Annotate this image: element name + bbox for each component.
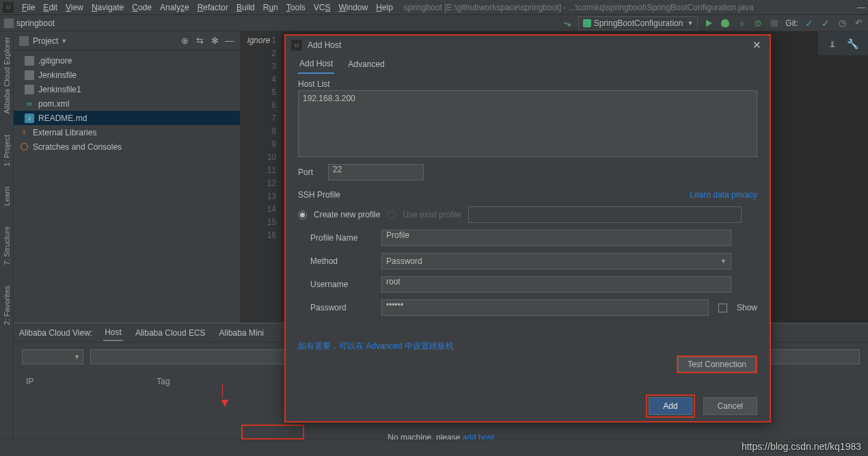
debug-button[interactable]: [720, 18, 731, 29]
line-number: 15: [241, 216, 276, 229]
hide-icon[interactable]: —: [225, 36, 234, 46]
radio-exist-profile[interactable]: [387, 211, 396, 219]
edit-ignore-label[interactable]: ignore: [241, 31, 277, 49]
add-button[interactable]: Add: [649, 397, 692, 415]
menu-code[interactable]: Code: [128, 1, 156, 14]
collapse-icon[interactable]: ⇆: [195, 36, 204, 46]
profile-button[interactable]: ⊙: [752, 18, 763, 29]
menu-help[interactable]: Help: [372, 1, 397, 14]
line-number: 12: [241, 177, 276, 190]
line-number: 6: [241, 99, 276, 112]
project-title[interactable]: Project: [33, 36, 58, 46]
run-config-selector[interactable]: SpringBootConfiguration ▼: [578, 16, 699, 30]
sliders-icon[interactable]: ⫫: [828, 38, 837, 49]
stripe-alibaba-explorer[interactable]: Alibaba Cloud Explorer: [3, 37, 11, 114]
left-tool-stripe: Alibaba Cloud Explorer 1: Project Learn …: [0, 31, 14, 456]
advanced-hint: 如有需要，可以在 Advanced 中设置跳板机: [298, 340, 454, 352]
tree-item-jenkinsfile[interactable]: Jenkinsfile: [14, 68, 240, 82]
settings-gear-icon[interactable]: ✻: [210, 36, 219, 46]
editor-right-toolbar: ⫫ 🔧: [818, 31, 868, 56]
username-input[interactable]: root: [381, 276, 731, 293]
tab-add-host[interactable]: Add Host: [298, 55, 334, 74]
project-tree: .gitignore Jenkinsfile Jenkinsfile1 mpom…: [14, 51, 240, 157]
test-connection-button[interactable]: Test Connection: [677, 356, 757, 373]
stripe-project[interactable]: 1: Project: [3, 135, 11, 166]
line-number: 16: [241, 229, 276, 242]
menu-analyze[interactable]: Analyze: [156, 1, 193, 14]
tree-item-gitignore[interactable]: .gitignore: [14, 53, 240, 68]
show-password-checkbox[interactable]: [718, 304, 727, 312]
line-number: 14: [241, 203, 276, 216]
breadcrumb[interactable]: springboot: [16, 18, 55, 28]
file-icon: [25, 85, 34, 94]
menu-edit[interactable]: Edit: [39, 1, 62, 14]
git-update-icon[interactable]: ✓: [804, 18, 815, 29]
learn-privacy-link[interactable]: Learn data privacy: [690, 190, 757, 200]
tree-item-scratches[interactable]: Scratches and Consoles: [14, 139, 240, 154]
ide-logo-icon: IJ: [3, 2, 14, 13]
line-number: 10: [241, 151, 276, 164]
coverage-button[interactable]: ⟐: [736, 18, 747, 29]
tab-advanced[interactable]: Advanced: [347, 55, 385, 73]
run-button[interactable]: [703, 18, 714, 29]
line-number: 7: [241, 112, 276, 125]
menu-tools[interactable]: Tools: [282, 1, 310, 14]
wrench-icon[interactable]: 🔧: [847, 38, 858, 49]
file-icon: [25, 70, 34, 80]
menu-navigate[interactable]: Navigate: [87, 1, 128, 14]
window-minimize-icon[interactable]: —: [857, 3, 865, 12]
tree-item-pom[interactable]: mpom.xml: [14, 96, 240, 111]
build-icon[interactable]: ↘: [560, 16, 574, 30]
menu-vcs[interactable]: VCS: [310, 1, 335, 14]
host-list-label: Host List: [298, 79, 757, 89]
menu-build[interactable]: Build: [232, 1, 259, 14]
git-rollback-icon[interactable]: ↶: [853, 18, 864, 29]
tab-ecs[interactable]: Alibaba Cloud ECS: [134, 325, 207, 340]
tree-item-jenkinsfile1[interactable]: Jenkinsfile1: [14, 82, 240, 96]
menu-refactor[interactable]: Refactor: [193, 1, 232, 14]
tree-item-readme[interactable]: ↓README.md: [14, 111, 240, 125]
git-history-icon[interactable]: ◷: [837, 18, 847, 29]
status-bar: [0, 440, 868, 456]
host-list-input[interactable]: 192.168.3.200: [298, 90, 757, 157]
password-input[interactable]: ••••••: [381, 299, 709, 316]
profile-name-input[interactable]: Profile: [381, 230, 731, 246]
library-icon: ⦀: [19, 128, 29, 137]
stripe-learn[interactable]: Learn: [3, 187, 11, 206]
chevron-down-icon: ▼: [720, 258, 727, 265]
password-label: Password: [310, 303, 372, 312]
folder-icon: [4, 18, 14, 28]
stripe-structure[interactable]: 7: Structure: [3, 226, 11, 265]
line-number: 11: [241, 164, 276, 177]
locate-icon[interactable]: ⊕: [180, 36, 189, 46]
git-commit-icon[interactable]: ✓: [820, 18, 831, 29]
filter-select[interactable]: ▼: [22, 349, 83, 364]
menu-run[interactable]: Run: [259, 1, 282, 14]
radio-create-label: Create new profile: [314, 210, 380, 219]
dialog-title: Add Host: [308, 40, 341, 50]
maven-icon: m: [25, 99, 34, 109]
radio-create-profile[interactable]: [298, 211, 307, 219]
tab-host[interactable]: Host: [103, 325, 123, 341]
stripe-favorites[interactable]: 2: Favorites: [3, 286, 11, 325]
chevron-down-icon[interactable]: ▼: [61, 38, 67, 44]
close-button[interactable]: ✕: [750, 39, 764, 51]
method-label: Method: [310, 256, 372, 266]
menu-bar: IJ File Edit View Navigate Code Analyze …: [0, 0, 868, 15]
tree-item-external-libs[interactable]: ⦀External Libraries: [14, 125, 240, 139]
main-toolbar: springboot ↘ SpringBootConfiguration ▼ ⟐…: [0, 15, 868, 31]
port-input[interactable]: 22: [328, 164, 424, 180]
column-tag: Tag: [157, 377, 169, 386]
menu-window[interactable]: Window: [334, 1, 372, 14]
project-view-icon: [19, 36, 29, 46]
dialog-tabs: Add Host Advanced: [286, 55, 770, 74]
stop-button[interactable]: [769, 18, 780, 29]
radio-exist-label: Use exist profile: [403, 210, 461, 219]
tab-mini[interactable]: Alibaba Mini: [218, 325, 265, 340]
method-select[interactable]: Password ▼: [381, 253, 731, 269]
annotation-highlight: Add: [646, 394, 694, 418]
menu-view[interactable]: View: [62, 1, 87, 14]
cancel-button[interactable]: Cancel: [703, 397, 757, 415]
git-label: Git:: [785, 18, 798, 28]
menu-file[interactable]: File: [18, 1, 39, 14]
